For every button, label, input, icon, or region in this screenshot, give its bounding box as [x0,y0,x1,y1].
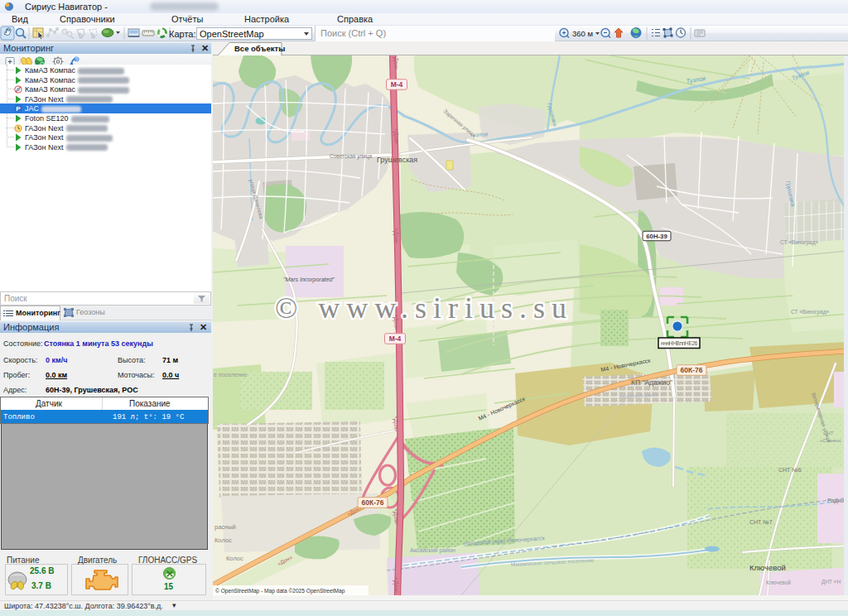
svg-text:СНТ №6: СНТ №6 [778,467,802,473]
svg-text:360 м: 360 м [572,29,593,38]
svg-text:нннННВппНЕ26: нннННВппНЕ26 [661,340,698,346]
svg-text:© OpenStreetMap - Map data ©20: © OpenStreetMap - Map data ©2025 OpenStr… [215,588,345,594]
svg-text:«Дон»: «Дон» [393,509,399,525]
svg-text:Советская улица: Советская улица [330,153,372,160]
svg-text:60К-76: 60К-76 [362,498,384,507]
svg-text:«Дон»: «Дон» [393,55,399,70]
svg-text:Колос: Колос [226,555,243,562]
svg-text:е поселение: е поселение [214,372,247,378]
svg-text:«Дон»: «Дон» [393,129,399,145]
svg-text:© www.sirius.su: © www.sirius.su [275,291,573,325]
svg-text:Грушевская: Грушевская [377,156,417,164]
svg-text:СТ «Виноград»: СТ «Виноград» [791,309,829,315]
svg-text:КП "Адажио": КП "Адажио" [631,378,672,387]
svg-text:60К-76: 60К-76 [681,366,703,374]
svg-text:Колос: Колос [214,537,232,544]
svg-text:Аксайский район: Аксайский район [410,547,455,554]
svg-text:P: P [16,105,21,113]
svg-text:ДНТ «Н: ДНТ «Н [822,579,841,585]
svg-text:М-4: М-4 [389,334,402,343]
svg-text:«Дон»: «Дон» [393,578,399,594]
svg-text:Ключевой: Ключевой [749,563,786,572]
svg-text:«Дон»: «Дон» [393,229,399,244]
svg-text:«Дон»: «Дон» [393,416,399,432]
svg-text:расный: расный [214,523,236,531]
svg-text:9: 9 [75,56,79,62]
svg-text:СТ «Виноград»: СТ «Виноград» [780,239,818,246]
svg-text:Ключевой: Ключевой [766,580,791,585]
svg-text:"Mars Incorporated": "Mars Incorporated" [283,277,335,283]
svg-text:М-4: М-4 [391,80,403,89]
svg-text:60Н-39: 60Н-39 [646,233,667,240]
svg-text:СНТ №7: СНТ №7 [749,519,773,525]
